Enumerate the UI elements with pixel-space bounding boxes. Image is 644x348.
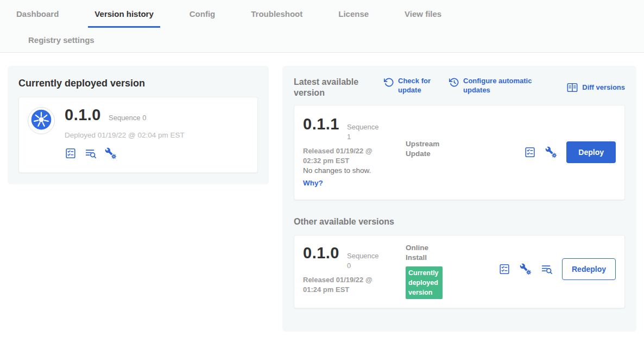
tab-version-history[interactable]: Version history xyxy=(88,9,160,28)
no-changes-text: No changes to show. xyxy=(303,166,371,175)
release-notes-icon[interactable] xyxy=(524,146,536,158)
other-versions-title: Other available versions xyxy=(294,216,625,227)
other-version-card: 0.1.0 Sequence 0 Released 01/19/22 @ 01:… xyxy=(294,235,625,308)
other-source-label: Online Install xyxy=(406,243,438,262)
check-for-update-link[interactable]: Check for update xyxy=(384,77,441,98)
deploy-logs-icon[interactable] xyxy=(541,263,553,275)
latest-available-panel: Latest available version Check for updat… xyxy=(282,66,636,332)
tab-registry-settings[interactable]: Registry settings xyxy=(22,35,101,45)
latest-version-number: 0.1.1 xyxy=(303,115,339,133)
latest-available-title: Latest available version xyxy=(294,77,376,98)
other-sequence-label: Sequence 0 xyxy=(347,251,381,270)
deployed-version-number: 0.1.0 xyxy=(65,106,101,124)
check-for-update-icon xyxy=(384,77,394,88)
deployed-sequence-label: Sequence 0 xyxy=(109,114,146,122)
currently-deployed-title: Currently deployed version xyxy=(18,78,258,89)
diff-versions-link[interactable]: Diff versions xyxy=(566,77,625,98)
latest-sequence-label: Sequence 1 xyxy=(347,122,381,141)
kubernetes-icon xyxy=(30,108,53,133)
app-icon-ring xyxy=(28,107,55,134)
diff-versions-label: Diff versions xyxy=(582,83,625,92)
deploy-button[interactable]: Deploy xyxy=(566,141,616,163)
latest-card-actions: Deploy xyxy=(524,141,616,163)
deployed-timestamp: Deployed 01/19/22 @ 02:04 pm EST xyxy=(65,131,185,139)
tab-license[interactable]: License xyxy=(332,9,375,28)
diff-versions-icon xyxy=(566,82,578,94)
deployed-version-card: 0.1.0 Sequence 0 Deployed 01/19/22 @ 02:… xyxy=(18,97,258,173)
deploy-logs-icon[interactable] xyxy=(85,147,97,159)
nav-row-1: Dashboard Version history Config Trouble… xyxy=(0,0,644,28)
latest-header: Latest available version Check for updat… xyxy=(294,77,625,98)
tab-view-files[interactable]: View files xyxy=(398,9,448,28)
why-link[interactable]: Why? xyxy=(303,179,323,187)
auto-update-schedule-icon xyxy=(449,77,459,88)
check-for-update-label: Check for update xyxy=(398,77,441,98)
other-version-number: 0.1.0 xyxy=(303,244,339,262)
release-notes-icon[interactable] xyxy=(498,263,510,275)
config-icon[interactable] xyxy=(545,146,557,158)
tab-config[interactable]: Config xyxy=(183,9,222,28)
configure-automatic-updates-link[interactable]: Configure automatic updates xyxy=(449,77,551,98)
config-icon[interactable] xyxy=(105,147,117,159)
release-notes-icon[interactable] xyxy=(65,147,77,159)
latest-version-card: 0.1.1 Sequence 1 Released 01/19/22 @ 02:… xyxy=(294,105,625,200)
deployed-card-body: 0.1.0 Sequence 0 Deployed 01/19/22 @ 02:… xyxy=(65,106,185,164)
tab-troubleshoot[interactable]: Troubleshoot xyxy=(244,9,309,28)
config-icon[interactable] xyxy=(520,263,532,275)
top-navigation: Dashboard Version history Config Trouble… xyxy=(0,0,644,53)
latest-released-timestamp: Released 01/19/22 @ 02:32 pm EST xyxy=(303,146,389,166)
configure-automatic-updates-label: Configure automatic updates xyxy=(463,77,551,98)
tab-dashboard[interactable]: Dashboard xyxy=(10,9,65,28)
currently-deployed-panel: Currently deployed version xyxy=(8,66,269,184)
other-card-actions: Redeploy xyxy=(498,258,616,280)
nav-row-2: Registry settings xyxy=(0,28,644,52)
other-released-timestamp: Released 01/19/22 @ 01:24 pm EST xyxy=(303,275,389,295)
latest-source-label: Upstream Update xyxy=(406,139,456,158)
redeploy-button[interactable]: Redeploy xyxy=(562,258,616,280)
currently-deployed-badge: Currently deployed version xyxy=(406,266,443,299)
